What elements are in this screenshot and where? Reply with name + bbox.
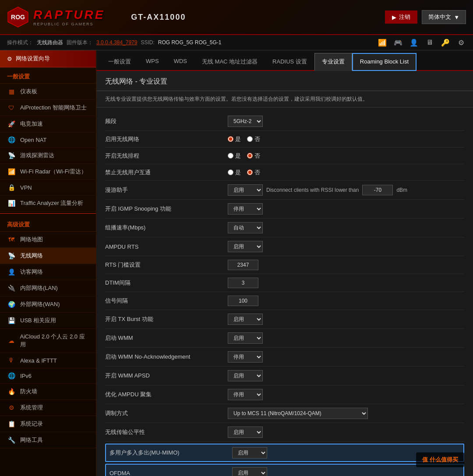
tab-wds-label: WDS xyxy=(174,58,187,64)
setting-label-isolate: 禁止无线用户互通 xyxy=(105,169,228,176)
sidebar-setup[interactable]: ⚙ 网络设置向导 xyxy=(0,50,96,67)
svg-text:ROG: ROG xyxy=(11,14,25,21)
tab-professional[interactable]: 专业设置 xyxy=(314,53,352,71)
setting-row-igmp: 开启 IGMP Snooping 功能 停用 启用 xyxy=(105,200,464,219)
play-icon: ▶ xyxy=(392,14,396,21)
wifi-icon[interactable]: 📶 xyxy=(378,38,387,47)
sidebar-item-lan[interactable]: 🔌 内部网络(LAN) xyxy=(0,280,96,296)
rocket-icon: 🚀 xyxy=(7,120,16,127)
tab-wps[interactable]: WPS xyxy=(138,53,166,71)
modulation-select[interactable]: Up to MCS 11 (NitroQAM/1024-QAM) Up to M… xyxy=(228,408,368,419)
setting-control-band: 2.4GHz 5GHz-1 5GHz-2 xyxy=(228,116,464,127)
radio-yes-iso[interactable] xyxy=(228,169,233,175)
setting-row-ofdma: OFDMA 启用 停用 xyxy=(105,464,464,476)
sidebar-item-sysadmin[interactable]: ⚙ 系统管理 xyxy=(0,400,96,416)
multicast-select[interactable]: 自动 1 2 xyxy=(228,222,263,233)
sidebar-item-dashboard[interactable]: ▦ 仪表板 xyxy=(0,84,96,100)
setting-row-schedule: 开启无线排程 是 否 xyxy=(105,148,464,164)
setting-row-mumimo: 多用户多入多出(MU-MIMO) 启用 停用 xyxy=(105,444,464,462)
firewall-icon: 🔥 xyxy=(7,388,16,395)
sidebar-label: AiProtection 智能网络卫士 xyxy=(20,104,87,112)
radio-yes[interactable] xyxy=(228,136,233,142)
schedule-no[interactable]: 否 xyxy=(247,152,260,160)
gamepad-icon[interactable]: 🎮 xyxy=(393,38,403,47)
beacon-input[interactable] xyxy=(228,296,258,306)
sidebar-item-usb[interactable]: 💾 USB 相关应用 xyxy=(0,313,96,329)
setting-row-band: 频段 2.4GHz 5GHz-1 5GHz-2 xyxy=(105,112,464,131)
wmm-select[interactable]: 启用 停用 xyxy=(228,332,263,344)
wmm-noack-select[interactable]: 启用 停用 xyxy=(228,351,263,363)
ampdu-agg-select[interactable]: 启用 停用 xyxy=(228,389,263,400)
radio-no[interactable] xyxy=(247,136,253,142)
tab-wds[interactable]: WDS xyxy=(166,53,194,71)
airtime-select[interactable]: 启用 停用 xyxy=(228,427,263,438)
tab-general-label: 一般设置 xyxy=(108,58,131,65)
info-bar: 操作模式： 无线路由器 固件版本： 3.0.0.4.384_7979 SSID:… xyxy=(0,35,473,50)
igmp-select[interactable]: 停用 启用 xyxy=(228,203,263,215)
radio-no-sched[interactable] xyxy=(247,153,253,159)
sidebar-item-wifiradar[interactable]: 📶 Wi-Fi Radar（Wi-Fi雷达） xyxy=(0,164,96,180)
rts-input[interactable] xyxy=(228,260,258,270)
radio-no-iso[interactable] xyxy=(247,169,253,175)
sidebar-label: 防火墙 xyxy=(20,388,37,395)
sidebar-item-gaming[interactable]: 🚀 电竞加速 xyxy=(0,116,96,132)
setting-row-rts: RTS 门槛设置 xyxy=(105,256,464,274)
mumimo-select[interactable]: 启用 停用 xyxy=(232,447,267,458)
setting-label-multicast: 组播速率(Mbps) xyxy=(105,224,228,232)
sidebar-item-firewall[interactable]: 🔥 防火墙 xyxy=(0,384,96,400)
map-icon: 🗺 xyxy=(7,236,16,243)
band-select[interactable]: 2.4GHz 5GHz-1 5GHz-2 xyxy=(228,116,263,127)
tab-radius[interactable]: RADIUS 设置 xyxy=(265,53,314,71)
enable-wireless-no[interactable]: 否 xyxy=(247,135,260,143)
wifi-radar-icon: 📶 xyxy=(7,168,16,175)
tab-macfilter-label: 无线 MAC 地址过滤器 xyxy=(202,58,258,65)
tab-roaming-blocklist[interactable]: Roaming Block List xyxy=(352,53,417,71)
tab-general[interactable]: 一般设置 xyxy=(101,53,138,71)
gear-icon[interactable]: ⚙ xyxy=(456,38,466,47)
monitor-icon[interactable]: 🖥 xyxy=(425,38,434,47)
lang-button[interactable]: 简体中文 ▼ xyxy=(422,10,466,24)
dtim-input[interactable] xyxy=(228,278,258,288)
setting-control-ampdu-rts: 启用 停用 xyxy=(228,241,464,252)
shield-icon: 🛡 xyxy=(7,104,16,111)
setting-control-igmp: 停用 启用 xyxy=(228,203,464,215)
sidebar-item-radar[interactable]: 📡 游戏探测雷达 xyxy=(0,148,96,164)
radio-yes-sched[interactable] xyxy=(228,153,233,159)
tab-macfilter[interactable]: 无线 MAC 地址过滤器 xyxy=(194,53,265,71)
sidebar-item-wireless[interactable]: 📡 无线网络 xyxy=(0,248,96,264)
wmm-apsd-select[interactable]: 启用 停用 xyxy=(228,370,263,381)
schedule-yes[interactable]: 是 xyxy=(228,152,241,160)
sidebar-item-guest[interactable]: 👤 访客网络 xyxy=(0,264,96,280)
roaming-enable-select[interactable]: 启用 停用 xyxy=(228,184,263,196)
sidebar-label: Traffic Analyzer 流量分析 xyxy=(20,199,83,207)
sidebar-item-networkmap[interactable]: 🗺 网络地图 xyxy=(0,232,96,248)
isolate-yes[interactable]: 是 xyxy=(228,169,241,176)
logout-button[interactable]: ▶ 注销 xyxy=(385,11,417,24)
globe-icon: 🌐 xyxy=(7,136,16,143)
sidebar-item-aiprotection[interactable]: 🛡 AiProtection 智能网络卫士 xyxy=(0,100,96,116)
txburst-select[interactable]: 启用 停用 xyxy=(228,314,263,325)
sidebar-item-traffic[interactable]: 📊 Traffic Analyzer 流量分析 xyxy=(0,195,96,212)
sidebar-item-alexa[interactable]: 🎙 Alexa & IFTTT xyxy=(0,353,96,368)
header-right: ▶ 注销 简体中文 ▼ xyxy=(385,10,466,24)
ampdu-rts-select[interactable]: 启用 停用 xyxy=(228,241,263,252)
sidebar-label: VPN xyxy=(20,184,32,191)
sidebar-item-syslog[interactable]: 📋 系统记录 xyxy=(0,416,96,432)
sidebar-item-wan[interactable]: 🌍 外部网络(WAN) xyxy=(0,296,96,313)
enable-wireless-yes[interactable]: 是 xyxy=(228,135,241,143)
sidebar-item-nettools[interactable]: 🔧 网络工具 xyxy=(0,432,96,448)
setting-label-airtime: 无线传输公平性 xyxy=(105,428,228,436)
user-icon[interactable]: 👤 xyxy=(409,38,419,47)
ofdma-select[interactable]: 启用 停用 xyxy=(232,467,267,476)
sidebar-item-aicloud[interactable]: ☁ AiCloud 2.0 个人云 2.0 应用 xyxy=(0,329,96,353)
rssi-input[interactable] xyxy=(362,185,393,195)
fw-value[interactable]: 3.0.0.4.384_7979 xyxy=(96,39,137,46)
sidebar-item-vpn[interactable]: 🔒 VPN xyxy=(0,180,96,195)
isolate-no[interactable]: 否 xyxy=(247,169,260,176)
sidebar-item-ipv6[interactable]: 🌐 IPv6 xyxy=(0,368,96,384)
tab-professional-label: 专业设置 xyxy=(322,58,345,65)
setting-control-beacon xyxy=(228,296,464,306)
sidebar-item-opennat[interactable]: 🌐 Open NAT xyxy=(0,132,96,148)
setting-control-roaming: 启用 停用 Disconnect clients with RSSI lower… xyxy=(228,184,464,196)
key-icon[interactable]: 🔑 xyxy=(441,38,450,47)
